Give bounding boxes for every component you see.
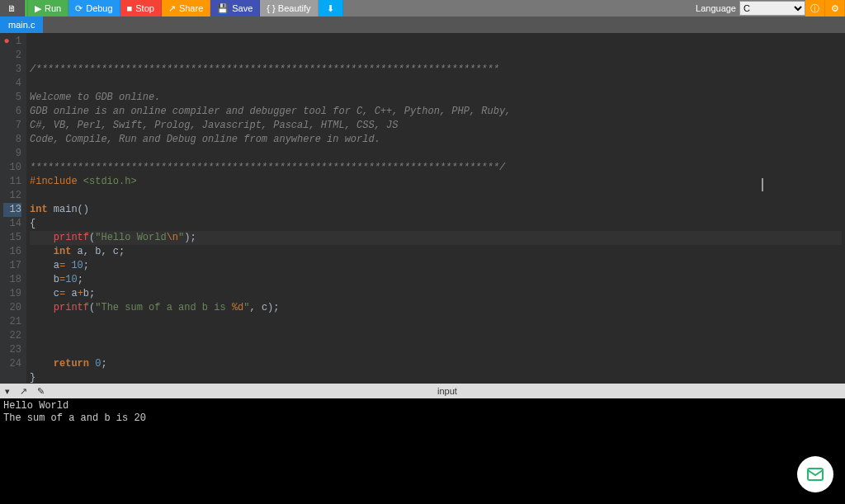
- line-number[interactable]: 16: [3, 245, 21, 259]
- info-button[interactable]: ⓘ: [805, 0, 825, 16]
- line-number[interactable]: 6: [3, 105, 21, 119]
- copy-button[interactable]: ✎: [32, 386, 50, 397]
- code-line[interactable]: int a, b, c;: [30, 245, 842, 259]
- code-line[interactable]: [30, 77, 842, 91]
- panel-title: input: [50, 386, 845, 396]
- download-button[interactable]: ⬇: [319, 0, 343, 16]
- code-line[interactable]: [30, 189, 842, 203]
- save-icon: 💾: [217, 3, 229, 14]
- info-icon: ⓘ: [810, 2, 819, 15]
- stop-icon: ■: [127, 3, 133, 13]
- line-number[interactable]: ● 1: [3, 35, 21, 49]
- tab-label: main.c: [8, 20, 35, 30]
- line-number[interactable]: 4: [3, 77, 21, 91]
- editor-tabs: main.c: [0, 16, 845, 33]
- line-number[interactable]: 23: [3, 343, 21, 357]
- code-line[interactable]: c= a+b;: [30, 287, 842, 301]
- code-line[interactable]: C#, VB, Perl, Swift, Prolog, Javascript,…: [30, 119, 842, 133]
- code-line[interactable]: Code, Compile, Run and Debug online from…: [30, 133, 842, 147]
- language-label: Language: [696, 3, 739, 13]
- file-icon: 🗎: [7, 3, 17, 13]
- beautify-label: { } Beautify: [267, 3, 310, 13]
- debug-button[interactable]: ⟳Debug: [68, 0, 120, 16]
- share-button[interactable]: ↗Share: [162, 0, 210, 16]
- line-number[interactable]: 8: [3, 133, 21, 147]
- code-line[interactable]: a= 10;: [30, 259, 842, 273]
- share-label: Share: [179, 3, 203, 13]
- line-number[interactable]: 10: [3, 161, 21, 175]
- code-line[interactable]: /***************************************…: [30, 63, 842, 77]
- line-number[interactable]: 11: [3, 175, 21, 189]
- code-line[interactable]: [30, 343, 842, 357]
- code-line[interactable]: [30, 147, 842, 161]
- line-number[interactable]: 22: [3, 329, 21, 343]
- code-line[interactable]: #include <stdio.h>: [30, 175, 842, 189]
- code-line[interactable]: ****************************************…: [30, 161, 842, 175]
- code-line[interactable]: return 0;: [30, 357, 842, 371]
- line-number[interactable]: 15: [3, 231, 21, 245]
- new-file-button[interactable]: 🗎: [0, 0, 25, 16]
- gear-icon: ⚙: [831, 3, 839, 14]
- code-line[interactable]: {: [30, 217, 842, 231]
- line-number[interactable]: 18: [3, 273, 21, 287]
- line-number[interactable]: 21: [3, 315, 21, 329]
- code-line[interactable]: [30, 329, 842, 343]
- code-line[interactable]: int main(): [30, 203, 842, 217]
- output-console[interactable]: Hello World The sum of a and b is 20: [0, 398, 845, 504]
- main-toolbar: 🗎 ▶Run ⟳Debug ■Stop ↗Share 💾Save { } Bea…: [0, 0, 845, 16]
- stop-button[interactable]: ■Stop: [120, 0, 162, 16]
- chat-button[interactable]: [797, 456, 833, 492]
- line-number[interactable]: 17: [3, 259, 21, 273]
- code-line[interactable]: b=10;: [30, 273, 842, 287]
- line-gutter: ● 12345678910111213141516171819202122232…: [0, 33, 26, 384]
- language-select[interactable]: C: [739, 1, 805, 16]
- download-icon: ⬇: [327, 3, 334, 14]
- line-number[interactable]: 3: [3, 63, 21, 77]
- code-line[interactable]: [30, 315, 842, 329]
- code-line[interactable]: printf("The sum of a and b is %d", c);: [30, 301, 842, 315]
- save-button[interactable]: 💾Save: [210, 0, 260, 16]
- code-line[interactable]: Welcome to GDB online.: [30, 91, 842, 105]
- line-number[interactable]: 12: [3, 189, 21, 203]
- play-icon: ▶: [35, 3, 41, 14]
- expand-button[interactable]: ↗: [15, 386, 32, 397]
- code-line[interactable]: GDB online is an online compiler and deb…: [30, 105, 842, 119]
- code-line[interactable]: }: [30, 371, 842, 384]
- line-number[interactable]: 24: [3, 357, 21, 371]
- line-number[interactable]: 19: [3, 287, 21, 301]
- line-number[interactable]: 5: [3, 91, 21, 105]
- line-number[interactable]: 9: [3, 147, 21, 161]
- text-cursor: [762, 178, 763, 191]
- collapse-button[interactable]: ▾: [0, 386, 15, 397]
- line-number[interactable]: 13: [3, 203, 21, 217]
- debug-icon: ⟳: [75, 3, 83, 14]
- run-label: Run: [45, 3, 61, 13]
- save-label: Save: [232, 3, 253, 13]
- stop-label: Stop: [135, 3, 154, 13]
- line-number[interactable]: 7: [3, 119, 21, 133]
- code-area[interactable]: /***************************************…: [26, 33, 845, 384]
- settings-button[interactable]: ⚙: [825, 0, 845, 16]
- line-number[interactable]: 20: [3, 301, 21, 315]
- mail-icon: [805, 464, 825, 484]
- console-panel-bar: ▾ ↗ ✎ input: [0, 384, 845, 398]
- share-icon: ↗: [168, 3, 176, 14]
- run-button[interactable]: ▶Run: [28, 0, 68, 16]
- debug-label: Debug: [86, 3, 112, 13]
- line-number[interactable]: 2: [3, 49, 21, 63]
- line-number[interactable]: 14: [3, 217, 21, 231]
- tab-main-c[interactable]: main.c: [0, 16, 43, 33]
- beautify-button[interactable]: { } Beautify: [260, 0, 318, 16]
- code-line[interactable]: printf("Hello World\n");: [30, 231, 842, 245]
- code-editor[interactable]: ● 12345678910111213141516171819202122232…: [0, 33, 845, 384]
